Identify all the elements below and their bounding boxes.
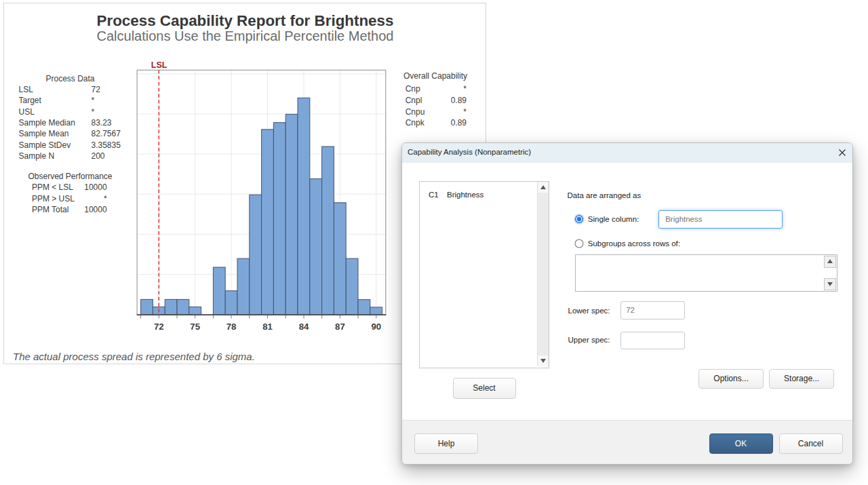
- svg-text:90: 90: [371, 322, 381, 332]
- svg-text:84: 84: [299, 322, 309, 332]
- svg-text:87: 87: [335, 322, 345, 332]
- svg-text:72: 72: [154, 322, 164, 332]
- svg-text:78: 78: [226, 322, 237, 332]
- svg-text:81: 81: [262, 322, 273, 332]
- svg-text:LSL: LSL: [151, 60, 167, 70]
- svg-text:75: 75: [190, 322, 200, 332]
